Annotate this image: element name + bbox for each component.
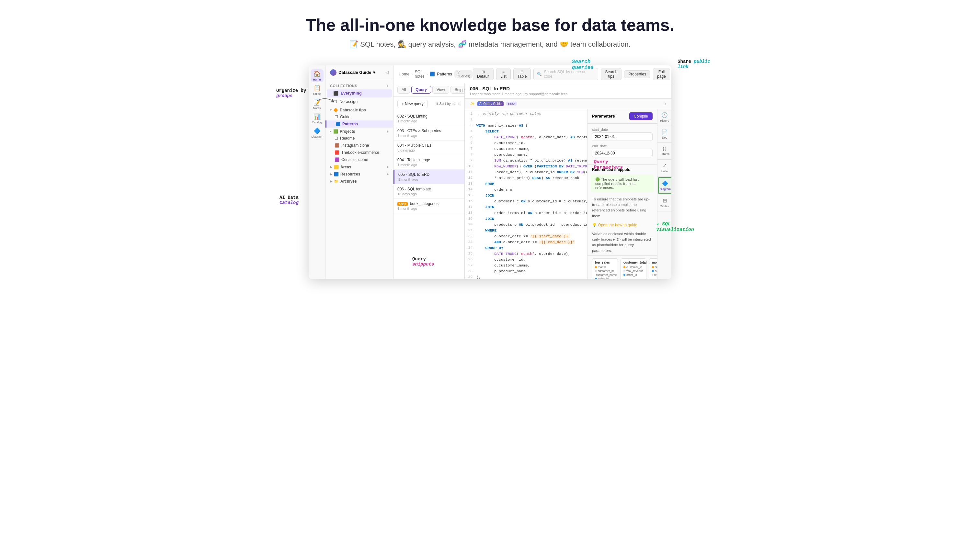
ai-guide-expand[interactable]: › xyxy=(665,101,666,106)
query-list: All Query View Snippet + New query ⬆ Sor… xyxy=(393,83,465,279)
app-window: 🏠 Home 📋 Guide 📝 Notes 📊 Catalog 🔷 Diagr… xyxy=(309,66,671,279)
code-line-19: 19 JOIN xyxy=(465,217,587,223)
sidebar-collections: Collections + ⬛ Everything ☐ No-assign ▾… xyxy=(326,80,393,187)
code-line-13: 13 FROM xyxy=(465,182,587,188)
breadcrumb-home[interactable]: Home xyxy=(399,72,409,76)
sidebar-item-census[interactable]: 🟪Census income xyxy=(326,156,393,163)
end-date-input[interactable] xyxy=(592,149,653,157)
breadcrumb-sql-notes[interactable]: SQL notes xyxy=(415,70,425,79)
sidebar-header: Datascale Guide ▾ ◁ xyxy=(326,66,393,80)
code-line-27: 27 c.customer_name, xyxy=(465,263,587,269)
icon-diagram[interactable]: 🔷 Diagram xyxy=(311,126,324,139)
group-resources[interactable]: ▶ 🟦 Resources + xyxy=(326,170,393,178)
tab-tables[interactable]: ⊟ Tables xyxy=(658,195,671,212)
collections-add[interactable]: + xyxy=(387,84,389,88)
query-search[interactable]: 🔍 Search SQL by name or code xyxy=(533,68,598,80)
group-projects[interactable]: ▾ 🟩 Projects + xyxy=(326,128,393,135)
params-header: Parameters Compile xyxy=(587,109,657,124)
code-line-7: 7 c.customer_name, xyxy=(465,147,587,152)
new-query-btn[interactable]: + New query xyxy=(398,100,428,108)
sidebar-item-thelook[interactable]: 🟥TheLook e-commerce xyxy=(326,149,393,156)
code-line-15: 15 JOIN xyxy=(465,193,587,199)
breadcrumb-actions: ⊞ Default ≡ List ⊟ Table 🔍 Search SQL by… xyxy=(473,68,671,80)
icon-guide[interactable]: 📋 Guide xyxy=(311,83,324,96)
code-line-4: 4 SELECT xyxy=(465,129,587,135)
breadcrumb-patterns[interactable]: Patterns xyxy=(437,72,452,76)
query-item-multiple-ctes[interactable]: 004 - Multiple CTEs 3 days ago xyxy=(393,141,464,155)
how-to-guide-btn[interactable]: 💡 Open the how-to guide xyxy=(587,221,657,229)
code-line-2: 2 xyxy=(465,117,587,124)
annotation-share-link: Share publiclink xyxy=(677,59,710,69)
view-list-btn[interactable]: ≡ List xyxy=(496,68,511,80)
search-tips-btn[interactable]: Search tips xyxy=(601,68,621,80)
query-item-sql-template[interactable]: 006 - SQL template 13 days ago xyxy=(393,184,464,199)
beta-badge: BETA xyxy=(506,102,517,106)
group-datascale-tips[interactable]: ▾ 🔶 Datascale tips xyxy=(326,106,393,113)
code-line-9: 9 SUM(oi.quantity * oi.unit_price) AS re… xyxy=(465,158,587,164)
icon-catalog[interactable]: 📊 Catalog xyxy=(311,112,324,125)
sort-btn[interactable]: ⬆ Sort by name xyxy=(436,102,460,106)
breadcrumb-badge: (7 Queries) xyxy=(454,70,473,79)
editor-title: 005 - SQL to ERD xyxy=(470,86,666,91)
code-line-16: 16 customers c ON o.customer_id = c.cust… xyxy=(465,199,587,205)
tab-all[interactable]: All xyxy=(398,86,410,93)
right-panel: 🕐 History 📄 Doc {} Params xyxy=(587,109,671,279)
tab-linter[interactable]: ✓ Linter xyxy=(658,160,671,176)
content-area: All Query View Snippet + New query ⬆ Sor… xyxy=(393,83,671,279)
editor-body: 1 -- Monthly Top Customer Sales 2 3 WITH… xyxy=(465,109,671,279)
start-date-input[interactable] xyxy=(592,132,653,141)
view-table-btn[interactable]: ⊟ Table xyxy=(513,68,531,80)
thumb-customer-revenue: customer_total_revenue customer_id total… xyxy=(621,258,646,279)
tab-view[interactable]: View xyxy=(432,86,449,93)
code-line-24: 24 GROUP BY xyxy=(465,246,587,252)
compile-btn[interactable]: Compile xyxy=(629,112,653,120)
icon-home[interactable]: 🏠 Home xyxy=(311,69,324,82)
group-areas[interactable]: ▶ 🟨 Areas + xyxy=(326,163,393,170)
workspace-title: Datascale Guide ▾ xyxy=(330,69,375,76)
sidebar: Datascale Guide ▾ ◁ Collections + ⬛ Ever… xyxy=(326,66,393,279)
code-editor[interactable]: 1 -- Monthly Top Customer Sales 2 3 WITH… xyxy=(465,109,587,279)
sidebar-collapse-btn[interactable]: ◁ xyxy=(385,70,389,75)
code-line-18: 18 order_items oi ON o.order_id = oi.ord… xyxy=(465,211,587,217)
query-item-sql-to-erd[interactable]: 005 - SQL to ERD 1 month ago xyxy=(393,170,464,184)
tab-diagram[interactable]: 🔷 Diagram xyxy=(658,177,671,194)
param-end-date: end_date xyxy=(592,144,653,157)
sidebar-item-readme[interactable]: ☐Readme xyxy=(326,135,393,142)
app-container: Organize bygroups AI DataCatalog Querysn… xyxy=(296,66,684,298)
tab-query[interactable]: Query xyxy=(411,86,431,93)
code-line-1: 1 -- Monthly Top Customer Sales xyxy=(465,112,587,117)
code-line-3: 3 WITH monthly_sales AS ( xyxy=(465,124,587,129)
editor-area: 005 - SQL to ERD Last edit was made 1 mo… xyxy=(465,83,671,279)
breadcrumb-icon: 🟦 xyxy=(430,72,435,76)
icon-bar: 🏠 Home 📋 Guide 📝 Notes 📊 Catalog 🔷 Diagr… xyxy=(309,66,326,279)
query-item-sql-linting[interactable]: 002 - SQL Linting 1 month ago xyxy=(393,111,464,126)
sidebar-item-noassign[interactable]: ☐ No-assign xyxy=(327,98,392,106)
code-line-20: 20 products p ON oi.product_id = p.produ… xyxy=(465,223,587,228)
sidebar-item-everything[interactable]: ⬛ Everything xyxy=(327,89,392,98)
ref-snippets-header: Referenced snippets xyxy=(587,165,657,175)
tab-params[interactable]: {} Params xyxy=(658,143,671,160)
code-line-21: 21 WHERE xyxy=(465,228,587,234)
ai-badge: AI Query Guide xyxy=(477,101,504,106)
full-page-btn[interactable]: Full page xyxy=(653,68,670,80)
query-item-book-categories[interactable]: snipp book_categories 1 month ago xyxy=(393,199,464,213)
group-archives[interactable]: ▶ 📁 Archives xyxy=(326,178,393,184)
sidebar-item-guide[interactable]: ☐Guide xyxy=(326,113,393,120)
annotation-organize-groups: Organize bygroups xyxy=(276,88,306,98)
properties-btn[interactable]: Properties xyxy=(624,70,650,78)
panel-content: Parameters Compile start_date xyxy=(587,109,657,279)
view-default-btn[interactable]: ⊞ Default xyxy=(473,68,494,80)
code-line-12: 12 * oi.unit_price) DESC) AS revenue_ran… xyxy=(465,176,587,182)
sidebar-item-instagram[interactable]: 🟫Instagram clone xyxy=(326,142,393,149)
tab-snippet[interactable]: Snippet xyxy=(451,86,465,93)
tab-history[interactable]: 🕐 History xyxy=(658,109,671,126)
tab-doc[interactable]: 📄 Doc xyxy=(658,126,671,143)
query-item-ctes[interactable]: 003 - CTEs > Subqueries 1 month ago xyxy=(393,126,464,141)
code-line-17: 17 JOIN xyxy=(465,205,587,211)
editor-subtitle: Last edit was made 1 month ago · by supp… xyxy=(470,92,666,96)
icon-notes[interactable]: 📝 Notes xyxy=(311,98,324,111)
sidebar-item-patterns[interactable]: 🟦Patterns xyxy=(326,120,393,128)
right-side-tabs: 🕐 History 📄 Doc {} Params xyxy=(657,109,671,279)
query-item-table-lineage[interactable]: 004 - Table lineage 1 month ago xyxy=(393,155,464,170)
snippet-info: 🟢 The query will load last compiled resu… xyxy=(591,175,654,192)
